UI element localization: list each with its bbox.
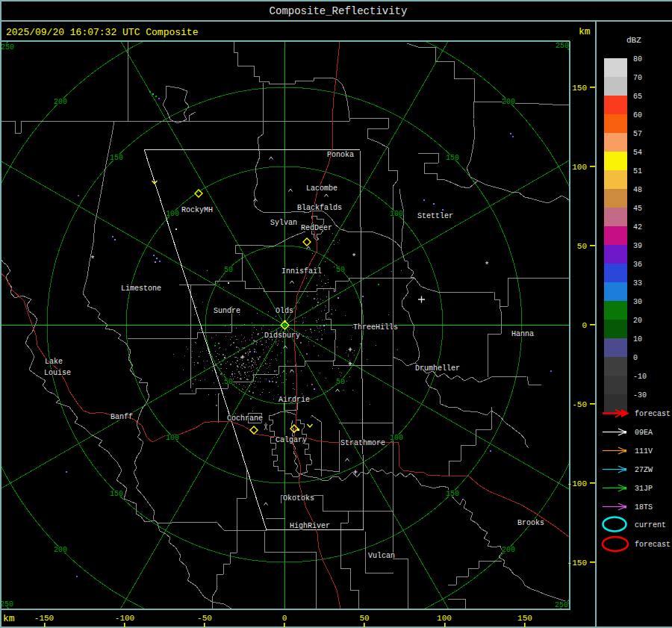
svg-text:ThreeHills: ThreeHills [353, 323, 398, 332]
svg-text:-150: -150 [34, 614, 54, 623]
svg-text:50: 50 [336, 378, 345, 386]
svg-text:42: 42 [633, 223, 642, 231]
svg-text:100: 100 [437, 614, 452, 623]
svg-text:0: 0 [633, 354, 638, 362]
svg-text:*: * [485, 261, 490, 270]
svg-text:51: 51 [633, 167, 642, 175]
svg-text:150: 150 [446, 490, 459, 498]
svg-text:-100: -100 [567, 479, 587, 488]
svg-text:Didsbury: Didsbury [264, 332, 300, 340]
svg-text:-150: -150 [567, 559, 587, 568]
svg-text:65: 65 [633, 93, 642, 101]
svg-text:50: 50 [359, 614, 369, 623]
svg-text:Strathmore: Strathmore [340, 439, 385, 447]
svg-text:Sundre: Sundre [214, 307, 240, 315]
svg-text:100: 100 [572, 163, 587, 172]
svg-text:Hanna: Hanna [511, 330, 534, 338]
svg-text:Lake: Lake [45, 358, 63, 366]
svg-text:*: * [352, 252, 357, 261]
svg-text:150: 150 [572, 84, 587, 93]
svg-text:Calgary: Calgary [276, 436, 307, 444]
svg-text:57: 57 [633, 130, 642, 138]
svg-text:45: 45 [633, 205, 642, 213]
svg-text:200: 200 [502, 98, 515, 106]
svg-text:31JP: 31JP [635, 485, 653, 493]
svg-text:70: 70 [633, 74, 642, 82]
svg-text:-100: -100 [115, 614, 134, 623]
svg-text:100: 100 [390, 434, 403, 442]
svg-text:Vulcan: Vulcan [368, 552, 395, 560]
svg-text:10: 10 [633, 335, 642, 343]
svg-text:Innisfail: Innisfail [281, 267, 322, 276]
svg-text:36: 36 [633, 261, 642, 269]
svg-text:-50: -50 [197, 614, 212, 623]
svg-text:27ZW: 27ZW [635, 466, 653, 474]
svg-text:250: 250 [556, 42, 569, 50]
svg-text:30: 30 [633, 298, 642, 306]
svg-text:current: current [635, 521, 666, 529]
svg-text:50: 50 [224, 378, 233, 386]
svg-text:200: 200 [54, 98, 67, 106]
svg-text:-30: -30 [633, 391, 647, 400]
svg-text:150: 150 [110, 154, 123, 162]
svg-text:HighRiver: HighRiver [290, 522, 330, 530]
svg-text:Okotoks: Okotoks [283, 494, 314, 503]
svg-text:200: 200 [54, 546, 67, 554]
svg-text:RedDeer: RedDeer [301, 224, 332, 232]
svg-text:dBZ: dBZ [626, 36, 641, 45]
svg-text:-10: -10 [633, 373, 647, 381]
svg-text:250: 250 [1, 43, 14, 52]
svg-text:48: 48 [633, 186, 642, 194]
svg-text:150: 150 [446, 154, 459, 162]
svg-text:Drumheller: Drumheller [415, 364, 460, 373]
svg-text:RockyMH: RockyMH [181, 206, 213, 214]
svg-text:Ponoka: Ponoka [327, 151, 354, 159]
svg-text:50: 50 [224, 266, 233, 274]
svg-text:50: 50 [577, 242, 587, 251]
svg-text:100: 100 [166, 210, 179, 218]
svg-text:0: 0 [582, 321, 587, 330]
svg-text:100: 100 [166, 434, 179, 442]
svg-text:-50: -50 [572, 400, 587, 409]
svg-text:250: 250 [555, 601, 568, 609]
svg-text:0: 0 [282, 614, 287, 623]
svg-text:80: 80 [633, 55, 642, 63]
svg-text:Composite_Reflectivity: Composite_Reflectivity [270, 5, 408, 17]
svg-text:09EA: 09EA [635, 429, 653, 437]
svg-text:Stettler: Stettler [417, 212, 453, 220]
svg-text:Lacombe: Lacombe [306, 184, 337, 193]
svg-text:Louise: Louise [44, 369, 71, 377]
svg-text:forecast: forecast [635, 410, 671, 418]
svg-text:2025/09/20 16:07:32 UTC Compos: 2025/09/20 16:07:32 UTC Composite [6, 27, 198, 38]
svg-text:20: 20 [633, 317, 642, 325]
svg-text:111V: 111V [635, 447, 653, 456]
svg-text:250: 250 [0, 600, 13, 609]
svg-text:Banff: Banff [111, 413, 133, 421]
svg-text:33: 33 [633, 279, 642, 287]
svg-text:*: * [90, 255, 96, 264]
svg-text:54: 54 [633, 149, 642, 157]
svg-text:18TS: 18TS [635, 503, 653, 512]
svg-text:forecast: forecast [635, 541, 671, 549]
svg-text:Limestone: Limestone [121, 285, 161, 293]
svg-text:Brooks: Brooks [517, 519, 544, 527]
svg-text:Cochrane: Cochrane [227, 414, 263, 423]
svg-text:Sylvan: Sylvan [270, 219, 297, 227]
svg-text:Airdrie: Airdrie [279, 396, 310, 404]
svg-text:150: 150 [110, 490, 123, 498]
svg-text:Olds: Olds [276, 307, 293, 315]
svg-text:100: 100 [390, 210, 403, 218]
svg-text:Blackfalds: Blackfalds [297, 204, 342, 212]
svg-text:km: km [3, 613, 15, 624]
svg-text:km: km [579, 26, 591, 37]
svg-text:150: 150 [517, 614, 532, 623]
svg-text:39: 39 [633, 242, 642, 250]
svg-text:50: 50 [336, 266, 345, 274]
svg-text:60: 60 [633, 111, 642, 119]
svg-text:200: 200 [502, 546, 515, 554]
